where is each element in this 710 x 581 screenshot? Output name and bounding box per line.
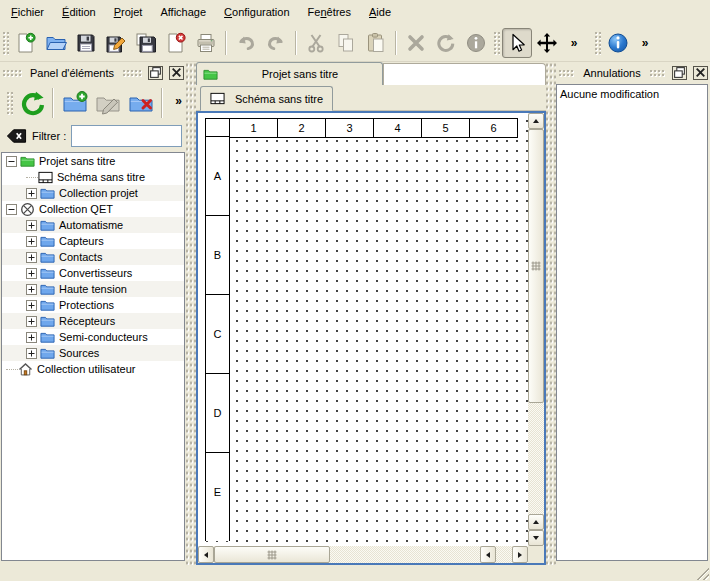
menu-configuration[interactable]: Configuration (215, 0, 298, 24)
expand-icon[interactable] (26, 188, 37, 199)
tree-item-projet-sans-titre[interactable]: Projet sans titre (2, 153, 184, 169)
tree-item-collection-qet[interactable]: Collection QET (2, 201, 184, 217)
about-button[interactable] (603, 28, 633, 58)
folder-blue-icon (40, 298, 55, 313)
clear-filter-icon[interactable] (6, 128, 27, 144)
toolbar-overflow-button[interactable]: » (562, 28, 592, 58)
menu-affichage[interactable]: Affichage (151, 0, 215, 24)
tree-item-schema-sans-titre[interactable]: Schéma sans titre (2, 169, 184, 185)
vertical-scroll-thumb[interactable] (528, 129, 544, 403)
undo-list-item[interactable]: Aucune modification (557, 85, 707, 103)
grid-column-headers: 123456 (205, 118, 518, 138)
menu-fenetres[interactable]: Fenêtres (299, 0, 360, 24)
menu-edition[interactable]: Édition (53, 0, 105, 24)
scroll-right-button[interactable] (512, 546, 528, 563)
close-document-icon (165, 32, 187, 54)
menu-projet[interactable]: Projet (105, 0, 152, 24)
new-element-button[interactable] (58, 86, 91, 120)
save-as-icon (105, 32, 127, 54)
toolbar-handle[interactable] (2, 31, 9, 55)
float-panel-button[interactable] (672, 66, 687, 80)
expand-icon[interactable] (26, 316, 37, 327)
scroll-down-button[interactable] (528, 530, 544, 546)
vertical-scrollbar[interactable] (528, 113, 544, 546)
save-as-button[interactable] (101, 28, 131, 58)
scroll-mode-button[interactable] (532, 28, 562, 58)
toolbar-area: »» (0, 24, 710, 62)
tree-item-collection-projet[interactable]: Collection projet (2, 185, 184, 201)
tree-item-recepteurs[interactable]: Récepteurs (2, 313, 184, 329)
schema-view[interactable]: 123456 ABCDE (196, 111, 546, 565)
toolbar-separator (295, 31, 297, 55)
resize-grip-icon[interactable] (696, 567, 709, 580)
menu-fichier[interactable]: Fichier (2, 0, 53, 24)
cursor-arrow-icon (506, 32, 528, 54)
tab-project[interactable]: Projet sans titre (196, 62, 383, 85)
scroll-up-button-2[interactable] (528, 514, 544, 530)
scroll-left-button[interactable] (198, 546, 214, 563)
element-info-button[interactable] (461, 28, 491, 58)
expand-icon[interactable] (26, 220, 37, 231)
tree-item-collection-utilisateur[interactable]: Collection utilisateur (2, 361, 184, 377)
expand-icon[interactable] (26, 284, 37, 295)
close-panel-button[interactable] (169, 66, 184, 80)
reload-collections-button[interactable] (15, 86, 48, 120)
expand-icon[interactable] (26, 300, 37, 311)
open-document-button[interactable] (41, 28, 71, 58)
redo-button[interactable] (261, 28, 291, 58)
tree-item-haute-tension[interactable]: Haute tension (2, 281, 184, 297)
new-document-button[interactable] (11, 28, 41, 58)
edit-element-button[interactable] (91, 86, 124, 120)
folder-blue-icon (40, 186, 55, 201)
tree-item-convertisseurs[interactable]: Convertisseurs (2, 265, 184, 281)
tab-schema[interactable]: Schéma sans titre (200, 86, 333, 111)
right-splitter[interactable] (546, 62, 556, 565)
tree-item-contacts[interactable]: Contacts (2, 249, 184, 265)
collapse-icon[interactable] (6, 204, 17, 215)
toolbar-handle[interactable] (493, 31, 500, 55)
tree-item-sources[interactable]: Sources (2, 345, 184, 361)
cut-button[interactable] (301, 28, 331, 58)
expand-icon[interactable] (26, 252, 37, 263)
tree-item-semi-conducteurs[interactable]: Semi-conducteurs (2, 329, 184, 345)
expand-icon[interactable] (26, 236, 37, 247)
tree-item-automatisme[interactable]: Automatisme (2, 217, 184, 233)
close-document-button[interactable] (161, 28, 191, 58)
tree-item-protections[interactable]: Protections (2, 297, 184, 313)
tree-item-capteurs[interactable]: Capteurs (2, 233, 184, 249)
expand-icon[interactable] (26, 268, 37, 279)
schema-viewport[interactable]: 123456 ABCDE (198, 113, 528, 546)
delete-element-button[interactable] (124, 86, 157, 120)
grid-column-label: 5 (421, 118, 470, 138)
select-mode-button[interactable] (502, 28, 532, 58)
float-panel-button[interactable] (148, 66, 163, 80)
toolbar-handle[interactable] (6, 91, 13, 115)
horizontal-scrollbar[interactable] (198, 546, 528, 563)
titlebar-texture (649, 69, 666, 77)
left-splitter[interactable] (186, 62, 196, 565)
folder-blue-icon (40, 234, 55, 249)
horizontal-scroll-thumb[interactable] (214, 546, 330, 563)
scroll-up-button[interactable] (528, 113, 544, 129)
scroll-left-button-2[interactable] (480, 546, 496, 563)
tree-item-label: Sources (59, 347, 103, 359)
copy-button[interactable] (331, 28, 361, 58)
save-all-button[interactable] (131, 28, 161, 58)
undo-panel-titlebar[interactable]: Annulations (558, 64, 708, 81)
delete-button[interactable] (401, 28, 431, 58)
close-panel-button[interactable] (693, 66, 708, 80)
elements-panel-titlebar[interactable]: Panel d'éléments (2, 64, 184, 81)
menu-aide[interactable]: Aide (360, 0, 400, 24)
expand-icon[interactable] (26, 348, 37, 359)
rotate-button[interactable] (431, 28, 461, 58)
collapse-icon[interactable] (6, 156, 17, 167)
paste-button[interactable] (361, 28, 391, 58)
toolbar-overflow-button[interactable]: » (633, 28, 663, 58)
copy-icon (335, 32, 357, 54)
expand-icon[interactable] (26, 332, 37, 343)
toolbar-handle[interactable] (594, 31, 601, 55)
print-button[interactable] (191, 28, 221, 58)
save-button[interactable] (71, 28, 101, 58)
undo-button[interactable] (231, 28, 261, 58)
filter-input[interactable] (71, 125, 182, 147)
